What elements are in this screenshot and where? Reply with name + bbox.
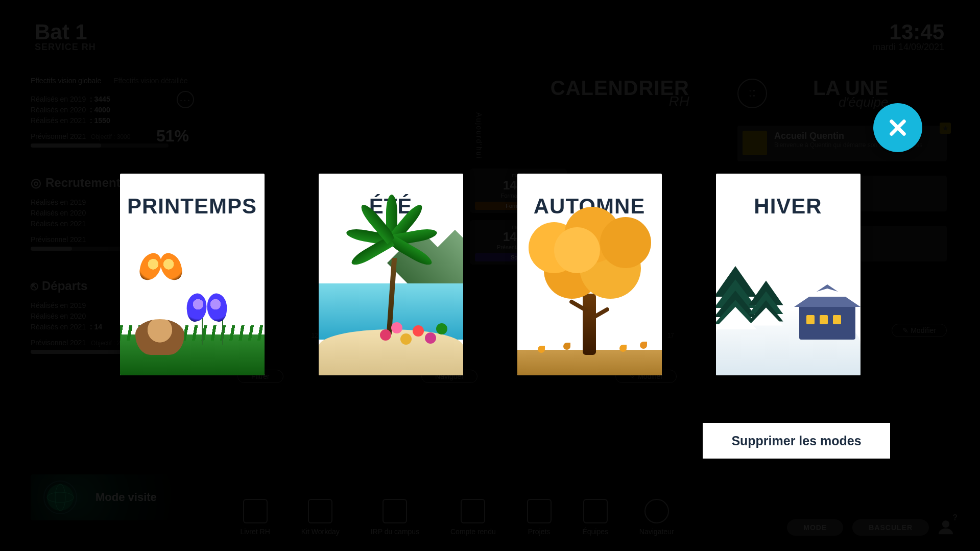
close-modal-button[interactable] <box>873 103 922 152</box>
season-title: HIVER <box>716 194 861 219</box>
season-card-winter[interactable]: HIVER <box>716 174 861 375</box>
season-card-autumn[interactable]: AUTOMNE <box>517 174 662 375</box>
spring-art <box>120 232 265 375</box>
season-title: PRINTEMPS <box>120 194 265 219</box>
delete-modes-button[interactable]: Supprimer les modes <box>703 423 890 459</box>
season-cards-row: PRINTEMPS ÉTÉ <box>120 174 861 375</box>
seasons-modal: PRINTEMPS ÉTÉ <box>0 0 980 551</box>
season-card-spring[interactable]: PRINTEMPS <box>120 174 265 375</box>
winter-art <box>716 232 861 375</box>
summer-art <box>319 232 463 375</box>
close-icon <box>887 117 909 138</box>
autumn-art <box>517 232 662 375</box>
season-card-summer[interactable]: ÉTÉ <box>319 174 463 375</box>
